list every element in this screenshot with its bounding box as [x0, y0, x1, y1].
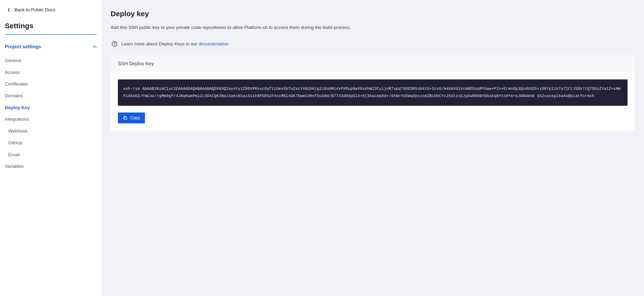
- copy-button-label: Copy: [130, 115, 140, 120]
- card-header: SSH Deploy Key: [111, 55, 635, 72]
- deploy-key-card: SSH Deploy Key ssh-rsa AAAAB3NzaC1yc2EAA…: [111, 55, 635, 131]
- section-header-title: Project settings: [5, 44, 41, 49]
- nav-item-deploy-key[interactable]: Deploy Key: [5, 102, 96, 114]
- nav-item-general[interactable]: General: [5, 55, 96, 67]
- nav-item-variables[interactable]: Variables: [5, 161, 96, 172]
- chevron-left-icon: [8, 8, 10, 12]
- card-body: ssh-rsa AAAAB3NzaC1yc2EAAAADAQABAAABAQDV…: [111, 72, 635, 131]
- copy-button[interactable]: Copy: [118, 112, 145, 123]
- back-link-label: Back to Public Docs: [14, 7, 55, 12]
- documentation-link[interactable]: documentation: [198, 41, 229, 46]
- copy-icon: [123, 115, 128, 120]
- divider: [5, 34, 96, 35]
- section-header-project-settings[interactable]: Project settings: [5, 42, 96, 51]
- nav-subitem-github[interactable]: GitHub: [5, 137, 96, 149]
- nav-item-access[interactable]: Access: [5, 67, 96, 78]
- main-content: Deploy key Add this SSH public key to yo…: [102, 0, 644, 296]
- svg-point-0: [112, 41, 117, 46]
- svg-rect-2: [124, 117, 127, 119]
- page-title: Deploy key: [111, 10, 635, 18]
- help-row: Learn more about Deploy Keys in our docu…: [111, 41, 635, 47]
- help-icon: [112, 41, 118, 47]
- nav-subitem-email[interactable]: Email: [5, 149, 96, 161]
- nav-item-certificates[interactable]: Certificates: [5, 78, 96, 90]
- nav-item-integrations[interactable]: Integrations: [5, 113, 96, 125]
- page-description: Add this SSH public key to your private …: [111, 23, 635, 32]
- help-prefix: Learn more about Deploy Keys in our: [121, 41, 198, 46]
- nav-subitem-webhook[interactable]: Webhook: [5, 125, 96, 137]
- nav-item-domains[interactable]: Domains: [5, 90, 96, 102]
- ssh-key-block[interactable]: ssh-rsa AAAAB3NzaC1yc2EAAAADAQABAAABAQDV…: [118, 79, 628, 106]
- chevron-up-icon: [93, 46, 96, 48]
- help-text: Learn more about Deploy Keys in our docu…: [121, 41, 229, 47]
- sidebar: Back to Public Docs Settings Project set…: [0, 0, 102, 296]
- back-link[interactable]: Back to Public Docs: [5, 5, 96, 15]
- settings-title: Settings: [5, 22, 96, 30]
